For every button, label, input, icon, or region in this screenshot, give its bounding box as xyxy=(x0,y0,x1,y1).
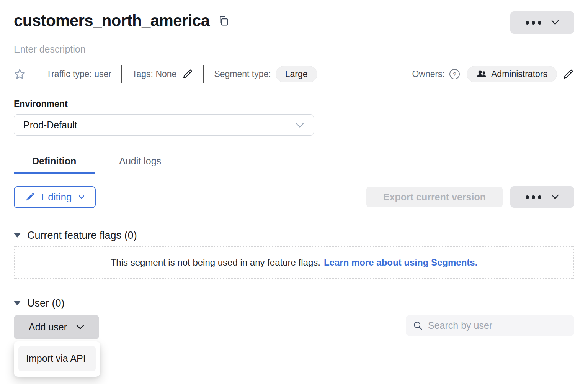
star-icon xyxy=(14,68,26,80)
user-controls-row: Add user Import via API xyxy=(14,315,574,339)
environment-select[interactable]: Prod-Default xyxy=(14,114,314,136)
owners-badge[interactable]: Administrators xyxy=(467,66,557,82)
header-more-actions-button[interactable] xyxy=(510,11,574,34)
feature-flags-section-header[interactable]: Current feature flags (0) xyxy=(14,230,574,241)
divider xyxy=(36,65,36,83)
favorite-star-button[interactable] xyxy=(14,68,26,80)
user-search-box xyxy=(406,315,574,336)
environment-label: Environment xyxy=(14,99,574,109)
segment-type-badge: Large xyxy=(276,66,317,82)
tab-audit-logs[interactable]: Audit logs xyxy=(101,151,180,174)
divider xyxy=(14,218,574,218)
empty-message: This segment is not being used in any fe… xyxy=(111,257,320,268)
traffic-type-label: Traffic type: user xyxy=(46,69,111,79)
editing-label: Editing xyxy=(41,191,72,203)
chevron-down-icon xyxy=(78,195,85,199)
edit-owners-button[interactable] xyxy=(562,68,574,80)
add-user-label: Add user xyxy=(29,322,67,333)
description-placeholder[interactable]: Enter description xyxy=(14,44,574,55)
segment-detail-page: customers_north_america Enter descriptio… xyxy=(0,0,588,339)
ellipsis-icon xyxy=(526,195,541,199)
user-heading: User (0) xyxy=(27,297,65,309)
feature-flags-empty-state: This segment is not being used in any fe… xyxy=(14,246,574,279)
feature-flags-heading: Current feature flags (0) xyxy=(27,230,137,241)
edit-tags-button[interactable] xyxy=(182,68,193,80)
copy-icon xyxy=(218,15,229,27)
caret-down-icon xyxy=(14,301,21,305)
people-icon xyxy=(476,70,487,78)
page-title: customers_north_america xyxy=(14,11,209,30)
copy-name-button[interactable] xyxy=(218,15,229,27)
search-icon xyxy=(413,320,423,331)
owners-label: Owners: xyxy=(412,69,445,79)
export-current-version-button[interactable]: Export current version xyxy=(366,187,503,207)
divider xyxy=(121,65,122,83)
toolbar-more-actions-button[interactable] xyxy=(510,186,574,208)
meta-row: Traffic type: user Tags: None Segment ty… xyxy=(14,65,574,83)
header: customers_north_america xyxy=(14,11,574,34)
environment-selected-value: Prod-Default xyxy=(23,120,77,131)
tags-label: Tags: None xyxy=(132,69,176,79)
search-by-user-input[interactable] xyxy=(428,320,567,331)
add-user-dropdown-menu: Import via API xyxy=(14,341,100,377)
pencil-icon xyxy=(182,68,193,80)
chevron-down-icon xyxy=(551,194,559,200)
divider xyxy=(203,65,204,83)
caret-down-icon xyxy=(14,233,21,238)
chevron-down-icon xyxy=(295,122,304,128)
help-icon[interactable]: ? xyxy=(449,69,460,79)
user-section-header[interactable]: User (0) xyxy=(14,297,574,309)
title-group: customers_north_america xyxy=(14,11,229,30)
chevron-down-icon xyxy=(76,325,84,330)
tab-bar: Definition Audit logs xyxy=(0,151,588,174)
editing-status-button[interactable]: Editing xyxy=(14,186,96,208)
segment-type-label: Segment type: xyxy=(214,69,271,79)
add-user-button[interactable]: Add user xyxy=(14,315,99,339)
pencil-icon xyxy=(562,68,574,80)
chevron-down-icon xyxy=(551,20,559,25)
learn-more-link[interactable]: Learn more about using Segments. xyxy=(324,257,477,268)
owners-value: Administrators xyxy=(491,69,547,79)
ellipsis-icon xyxy=(526,21,541,25)
definition-toolbar: Editing Export current version xyxy=(14,186,574,208)
pencil-filled-icon xyxy=(25,192,35,202)
menu-item-import-via-api[interactable]: Import via API xyxy=(18,346,96,371)
tab-definition[interactable]: Definition xyxy=(14,151,95,174)
